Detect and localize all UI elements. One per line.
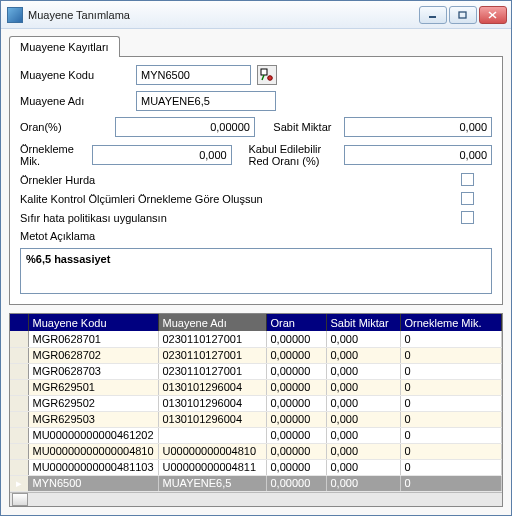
lookup-button[interactable] <box>257 65 277 85</box>
cell-kodu[interactable]: MGR629503 <box>28 411 158 427</box>
cell-sabit[interactable]: 0,000 <box>326 475 400 491</box>
textarea-metot[interactable]: %6,5 hassasiyet <box>20 248 492 294</box>
grid: Muayene Kodu Muayene Adı Oran Sabit Mikt… <box>9 313 503 507</box>
lookup-icon <box>260 68 274 82</box>
input-oran[interactable] <box>115 117 255 137</box>
scrollbar-thumb[interactable] <box>12 493 28 506</box>
table-row[interactable]: MGR062870202301101270010,000000,0000 <box>10 347 502 363</box>
cell-kodu[interactable]: MGR0628703 <box>28 363 158 379</box>
cell-adi[interactable]: 0230110127001 <box>158 331 266 347</box>
cell-adi[interactable]: 0130101296004 <box>158 379 266 395</box>
cell-orn[interactable]: 0 <box>400 347 502 363</box>
cell-kodu[interactable]: MU00000000000004810 <box>28 443 158 459</box>
titlebar: Muayene Tanımlama <box>1 1 511 29</box>
cell-adi[interactable] <box>158 427 266 443</box>
table-row[interactable]: MU00000000000004810U000000000048100,0000… <box>10 443 502 459</box>
col-oran[interactable]: Oran <box>266 314 326 331</box>
cell-oran[interactable]: 0,00000 <box>266 475 326 491</box>
horizontal-scrollbar[interactable] <box>10 492 502 507</box>
cell-sabit[interactable]: 0,000 <box>326 347 400 363</box>
row-header[interactable] <box>10 427 28 443</box>
row-header[interactable] <box>10 443 28 459</box>
input-kabul[interactable] <box>344 145 492 165</box>
table-row[interactable]: MU000000000004612020,000000,0000 <box>10 427 502 443</box>
cell-kodu[interactable]: MGR629502 <box>28 395 158 411</box>
cell-oran[interactable]: 0,00000 <box>266 363 326 379</box>
checkbox-sifir-hata[interactable] <box>461 211 474 224</box>
cell-oran[interactable]: 0,00000 <box>266 411 326 427</box>
cell-orn[interactable]: 0 <box>400 459 502 475</box>
cell-oran[interactable]: 0,00000 <box>266 443 326 459</box>
table-row[interactable]: MGR62950201301012960040,000000,0000 <box>10 395 502 411</box>
cell-adi[interactable]: 0230110127001 <box>158 363 266 379</box>
minimize-button[interactable] <box>419 6 447 24</box>
input-kodu[interactable] <box>136 65 251 85</box>
table-row[interactable]: MGR062870102301101270010,000000,0000 <box>10 331 502 347</box>
row-header[interactable]: ▸ <box>10 475 28 491</box>
cell-orn[interactable]: 0 <box>400 363 502 379</box>
cell-oran[interactable]: 0,00000 <box>266 459 326 475</box>
cell-orn[interactable]: 0 <box>400 411 502 427</box>
tab-muayene-kayitlari[interactable]: Muayene Kayıtları <box>9 36 120 57</box>
cell-adi[interactable]: 0130101296004 <box>158 411 266 427</box>
cell-adi[interactable]: U00000000004810 <box>158 443 266 459</box>
checkbox-kalite-kontrol[interactable] <box>461 192 474 205</box>
cell-orn[interactable]: 0 <box>400 331 502 347</box>
row-header[interactable] <box>10 395 28 411</box>
checkbox-ornekler-hurda[interactable] <box>461 173 474 186</box>
cell-orn[interactable]: 0 <box>400 443 502 459</box>
close-button[interactable] <box>479 6 507 24</box>
cell-adi[interactable]: 0230110127001 <box>158 347 266 363</box>
table-row[interactable]: MGR62950301301012960040,000000,0000 <box>10 411 502 427</box>
cell-kodu[interactable]: MGR0628701 <box>28 331 158 347</box>
col-orneklem[interactable]: Ornekleme Mik. <box>400 314 502 331</box>
col-kodu[interactable]: Muayene Kodu <box>28 314 158 331</box>
col-adi[interactable]: Muayene Adı <box>158 314 266 331</box>
row-header[interactable] <box>10 363 28 379</box>
cell-sabit[interactable]: 0,000 <box>326 427 400 443</box>
cell-kodu[interactable]: MU00000000000481103 <box>28 459 158 475</box>
cell-kodu[interactable]: MGR0628702 <box>28 347 158 363</box>
cell-orn[interactable]: 0 <box>400 475 502 491</box>
cell-sabit[interactable]: 0,000 <box>326 395 400 411</box>
cell-oran[interactable]: 0,00000 <box>266 347 326 363</box>
row-header[interactable] <box>10 379 28 395</box>
maximize-button[interactable] <box>449 6 477 24</box>
col-sabit[interactable]: Sabit Miktar <box>326 314 400 331</box>
cell-oran[interactable]: 0,00000 <box>266 395 326 411</box>
cell-kodu[interactable]: MYN6500 <box>28 475 158 491</box>
cell-sabit[interactable]: 0,000 <box>326 411 400 427</box>
label-oran: Oran(%) <box>20 121 109 133</box>
cell-adi[interactable]: 0130101296004 <box>158 395 266 411</box>
window: Muayene Tanımlama Muayene Kayıtları Muay… <box>0 0 512 516</box>
cell-kodu[interactable]: MU00000000000461202 <box>28 427 158 443</box>
cell-oran[interactable]: 0,00000 <box>266 379 326 395</box>
grid-header-row: Muayene Kodu Muayene Adı Oran Sabit Mikt… <box>10 314 502 331</box>
cell-sabit[interactable]: 0,000 <box>326 379 400 395</box>
cell-oran[interactable]: 0,00000 <box>266 427 326 443</box>
row-header[interactable] <box>10 459 28 475</box>
cell-sabit[interactable]: 0,000 <box>326 459 400 475</box>
cell-sabit[interactable]: 0,000 <box>326 331 400 347</box>
row-header[interactable] <box>10 331 28 347</box>
cell-orn[interactable]: 0 <box>400 427 502 443</box>
table-row[interactable]: MU00000000000481103U000000000048110,0000… <box>10 459 502 475</box>
table-row[interactable]: ▸MYN6500MUAYENE6,50,000000,0000 <box>10 475 502 491</box>
input-sabit[interactable] <box>344 117 492 137</box>
cell-orn[interactable]: 0 <box>400 395 502 411</box>
input-orneklem[interactable] <box>92 145 232 165</box>
cell-oran[interactable]: 0,00000 <box>266 331 326 347</box>
input-adi[interactable] <box>136 91 276 111</box>
cell-adi[interactable]: MUAYENE6,5 <box>158 475 266 491</box>
row-header[interactable] <box>10 411 28 427</box>
table-row[interactable]: MGR062870302301101270010,000000,0000 <box>10 363 502 379</box>
cell-adi[interactable]: U00000000004811 <box>158 459 266 475</box>
cell-orn[interactable]: 0 <box>400 379 502 395</box>
cell-sabit[interactable]: 0,000 <box>326 363 400 379</box>
table-row[interactable]: MGR62950101301012960040,000000,0000 <box>10 379 502 395</box>
cell-sabit[interactable]: 0,000 <box>326 443 400 459</box>
client-area: Muayene Kayıtları Muayene Kodu Muayene A… <box>1 29 511 515</box>
row-header[interactable] <box>10 347 28 363</box>
cell-kodu[interactable]: MGR629501 <box>28 379 158 395</box>
svg-point-5 <box>268 76 273 81</box>
